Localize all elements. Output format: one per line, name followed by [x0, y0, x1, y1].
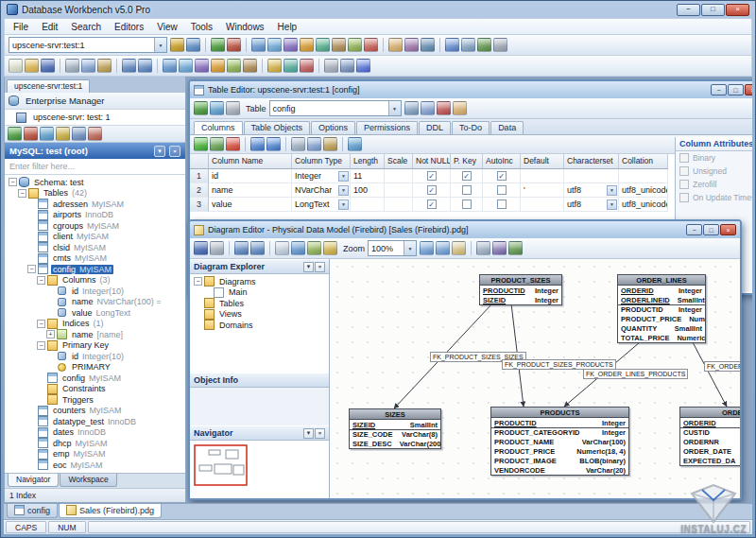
tree-node-cmts[interactable]: cmtsMyISAM: [5, 253, 185, 265]
table-combo[interactable]: config ▼: [269, 100, 402, 116]
table-editor-icon[interactable]: [163, 59, 177, 73]
table-editor-close-button[interactable]: ×: [745, 84, 752, 95]
checkbox-cell-not-null[interactable]: ✓: [427, 171, 437, 181]
domains-icon[interactable]: [332, 38, 346, 52]
tab-permissions[interactable]: Permissions: [356, 121, 418, 134]
move-column-down-icon[interactable]: [266, 137, 281, 151]
collapse-icon[interactable]: −: [37, 320, 45, 328]
tab-to-do[interactable]: To-Do: [452, 121, 490, 134]
grid-header-length[interactable]: Length: [351, 154, 385, 169]
triggers-icon[interactable]: [300, 38, 314, 52]
redo-icon[interactable]: [138, 59, 152, 73]
em-refresh-icon[interactable]: [40, 127, 54, 141]
tree-node-config[interactable]: configMyISAM: [5, 373, 185, 384]
checkbox-cell-p-key[interactable]: [462, 200, 472, 209]
em-database-properties-icon[interactable]: [72, 127, 86, 141]
chevron-down-icon[interactable]: ▼: [338, 200, 349, 210]
tree-node-primary[interactable]: PRIMARY: [5, 362, 185, 373]
expand-icon[interactable]: +: [46, 330, 55, 338]
tables-icon[interactable]: [251, 38, 266, 52]
print-icon[interactable]: [324, 59, 338, 73]
query-builder-icon[interactable]: [284, 59, 298, 73]
de-redo-icon[interactable]: [250, 241, 265, 255]
tab-table-objects[interactable]: Table Objects: [244, 121, 311, 134]
bottom-tab-workspace[interactable]: Workspace: [60, 474, 116, 487]
table-editor-minimize-button[interactable]: −: [711, 84, 727, 95]
tree-node-id[interactable]: idInteger(10): [5, 286, 185, 297]
table-row[interactable]: 2nameNVarChar▼100✓'utf8▼utf8_unicode_ci: [190, 183, 752, 198]
entity-order-lines[interactable]: ORDER_LINESORDERIDIntegerORDERLINEIDSmal…: [617, 274, 706, 343]
tree-node-config[interactable]: −configMyISAM: [5, 264, 185, 275]
grid-header-p-key[interactable]: P. Key: [451, 154, 483, 169]
disconnect-database-icon[interactable]: [227, 38, 241, 52]
em-disconnect-icon[interactable]: [24, 127, 38, 141]
tree-node-tables[interactable]: Tables: [190, 298, 329, 309]
pin-icon[interactable]: ▼: [303, 262, 314, 272]
tree-node-indices[interactable]: −Indices(1): [5, 319, 185, 330]
em-new-database-icon[interactable]: [56, 127, 70, 141]
tree-node-triggers[interactable]: Triggers: [5, 394, 185, 406]
grants-icon[interactable]: [421, 38, 435, 52]
de-add-reference-icon[interactable]: [307, 241, 321, 255]
search-icon[interactable]: [340, 59, 354, 73]
diagram-editor-close-button[interactable]: ×: [720, 224, 736, 235]
database-header-menu-icon[interactable]: ▼: [154, 146, 165, 157]
grid-header-characterset[interactable]: Characterset: [564, 154, 619, 169]
collapse-icon[interactable]: −: [194, 277, 202, 286]
add-column-icon[interactable]: [194, 137, 208, 151]
data-pump-icon[interactable]: [477, 38, 491, 52]
checkbox-cell-not-null[interactable]: ✓: [427, 185, 437, 195]
te-print-icon[interactable]: [226, 101, 240, 115]
grid-header-default[interactable]: Default: [521, 154, 564, 169]
grid-header-scale[interactable]: Scale: [385, 154, 413, 169]
connect-database-icon[interactable]: [211, 38, 225, 52]
maximize-button[interactable]: □: [701, 4, 725, 16]
menu-tools[interactable]: Tools: [184, 21, 219, 33]
table-editor-maximize-button[interactable]: □: [728, 84, 744, 95]
refresh-grid-icon[interactable]: [348, 137, 362, 151]
bottom-tab-navigator[interactable]: Navigator: [8, 474, 59, 487]
server-item[interactable]: upscene-srvr: test: 1: [5, 110, 185, 125]
cut-icon[interactable]: [65, 59, 79, 73]
pin-icon[interactable]: ▼: [303, 428, 314, 439]
minimize-button[interactable]: −: [677, 4, 700, 16]
filter-input[interactable]: Enter filter here...: [5, 159, 185, 175]
functions-icon[interactable]: [316, 38, 330, 52]
table-editor-titlebar[interactable]: Table Editor: upscene-srvr:test:1 [confi…: [190, 81, 752, 98]
collapse-icon[interactable]: −: [18, 189, 26, 198]
collapse-icon[interactable]: −: [37, 276, 45, 285]
te-compile-icon[interactable]: [194, 101, 208, 115]
enterprise-manager-header[interactable]: Enterprise Manager: [5, 93, 185, 110]
te-view-ddl-icon[interactable]: [404, 101, 419, 115]
sql-editor-icon[interactable]: [445, 38, 459, 52]
new-icon[interactable]: [9, 59, 23, 73]
document-tab-sales-firebird-pdg[interactable]: Sales (Firebird).pdg: [59, 504, 162, 518]
tree-node-views[interactable]: Views: [190, 309, 329, 321]
em-connect-icon[interactable]: [8, 127, 22, 141]
tab-data[interactable]: Data: [490, 121, 524, 134]
collapse-icon[interactable]: −: [37, 341, 45, 350]
tree-node-main[interactable]: Main: [190, 287, 329, 299]
te-refresh-icon[interactable]: [210, 101, 224, 115]
tab-ddl[interactable]: DDL: [419, 121, 451, 134]
tree-node-name[interactable]: nameNVarChar(100) =: [5, 297, 185, 308]
help-icon[interactable]: [356, 59, 370, 73]
de-undo-icon[interactable]: [234, 241, 249, 255]
de-print-icon[interactable]: [210, 241, 224, 255]
de-export-icon[interactable]: [508, 241, 523, 255]
grid-header-not-null[interactable]: Not NULL: [413, 154, 451, 169]
register-server-icon[interactable]: [170, 38, 184, 52]
de-save-icon[interactable]: [194, 241, 208, 255]
server-properties-icon[interactable]: [186, 38, 200, 52]
trigger-editor-icon[interactable]: [211, 59, 225, 73]
tree-node-value[interactable]: valueLongText: [5, 307, 185, 319]
menu-edit[interactable]: Edit: [35, 21, 64, 33]
zoom-combo[interactable]: 100% ▼: [368, 240, 417, 256]
menu-file[interactable]: File: [7, 21, 35, 33]
script-editor-icon[interactable]: [461, 38, 475, 52]
diagram-editor-titlebar[interactable]: Diagram Editor - Physical Data Model (Fi…: [190, 221, 740, 238]
te-drop-table-icon[interactable]: [437, 101, 451, 115]
sql-monitor-icon[interactable]: [300, 59, 314, 73]
close-icon[interactable]: ×: [315, 262, 325, 272]
table-row[interactable]: 1idInteger▼11✓✓✓: [190, 169, 752, 183]
